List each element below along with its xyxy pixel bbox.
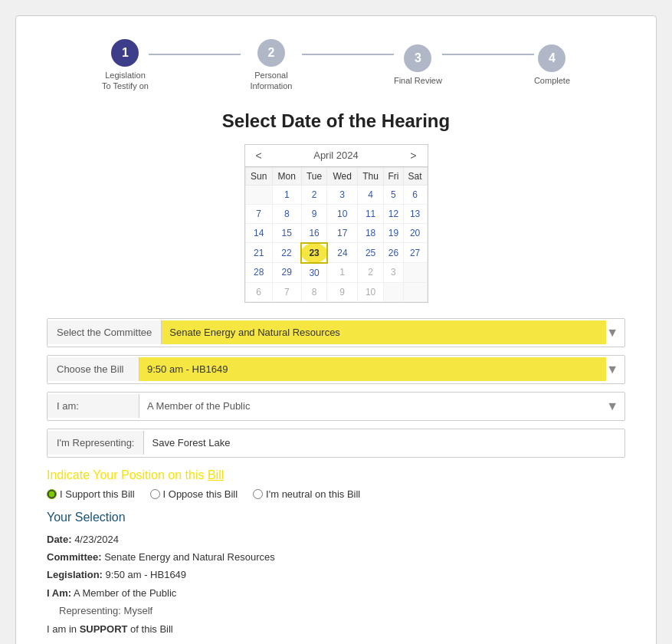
calendar-week-row: 21222324252627 — [245, 243, 427, 263]
step-2: 2 Personal Information — [241, 39, 302, 92]
calendar-day[interactable]: 25 — [357, 243, 383, 263]
calendar-day[interactable]: 12 — [384, 204, 403, 223]
position-radio-group: I Support this Bill I Oppose this Bill I… — [47, 488, 625, 500]
calendar-week-row: 282930123 — [245, 263, 427, 283]
calendar-day[interactable]: 3 — [384, 263, 403, 283]
calendar-day[interactable]: 10 — [327, 204, 357, 223]
calendar-day[interactable]: 13 — [403, 204, 427, 223]
cal-th-thu: Thu — [357, 167, 383, 185]
committee-label: Select the Committee — [48, 320, 162, 344]
cal-th-tue: Tue — [301, 167, 327, 185]
selection-date-label: Date: — [47, 534, 72, 545]
calendar-day[interactable]: 9 — [301, 204, 327, 223]
calendar-day[interactable]: 6 — [403, 185, 427, 204]
cal-th-fri: Fri — [384, 167, 403, 185]
cal-th-sun: Sun — [245, 167, 272, 185]
calendar-day — [403, 263, 427, 283]
step-4: 4 Complete — [534, 44, 570, 86]
selection-date: Date: 4/23/2024 — [47, 531, 625, 548]
i-am-dropdown-icon[interactable]: ▼ — [606, 399, 624, 413]
page-title: Select Date of the Hearing — [47, 110, 625, 132]
calendar-day[interactable]: 15 — [272, 223, 301, 243]
support-radio[interactable] — [47, 489, 57, 499]
calendar-day[interactable]: 18 — [357, 223, 383, 243]
selection-committee-value: Senate Energy and Natural Resources — [104, 551, 275, 563]
i-am-row: I am: A Member of the Public ▼ — [47, 392, 625, 421]
main-container: 1 Legislation To Testify on 2 Personal I… — [15, 15, 657, 644]
step-1-label: Legislation To Testify on — [102, 70, 149, 92]
calendar-prev-button[interactable]: < — [251, 148, 267, 163]
calendar-day[interactable]: 10 — [357, 282, 383, 301]
calendar-day — [245, 185, 272, 204]
step-4-label: Complete — [534, 75, 570, 86]
calendar-day[interactable]: 11 — [357, 204, 383, 223]
selection-committee: Committee: Senate Energy and Natural Res… — [47, 548, 625, 566]
calendar-day[interactable]: 20 — [403, 223, 427, 243]
calendar-day — [384, 282, 403, 301]
calendar-week-row: 678910 — [245, 282, 427, 301]
support-option[interactable]: I Support this Bill — [47, 488, 135, 500]
calendar-day[interactable]: 14 — [245, 223, 272, 243]
calendar-day[interactable]: 2 — [301, 185, 327, 204]
selection-representing-label: Representing: — [59, 605, 121, 616]
step-line-1-2 — [149, 54, 241, 55]
calendar-day[interactable]: 7 — [272, 282, 301, 301]
representing-input[interactable] — [144, 431, 624, 455]
oppose-radio[interactable] — [150, 489, 160, 499]
calendar-day[interactable]: 30 — [301, 263, 327, 283]
support-label: I Support this Bill — [60, 488, 135, 500]
step-2-label: Personal Information — [241, 70, 302, 92]
calendar-grid: Sun Mon Tue Wed Thu Fri Sat 123456789101… — [245, 167, 428, 302]
i-am-label: I am: — [48, 394, 139, 418]
calendar: < April 2024 > Sun Mon Tue Wed Thu Fri S… — [244, 144, 428, 303]
calendar-day[interactable]: 24 — [327, 243, 357, 263]
calendar-day[interactable]: 17 — [327, 223, 357, 243]
calendar-body: 1234567891011121314151617181920212223242… — [245, 185, 427, 301]
bill-value: 9:50 am - HB1649 — [139, 357, 606, 381]
selection-title: Your Selection — [47, 511, 625, 524]
calendar-day[interactable]: 7 — [245, 204, 272, 223]
calendar-day[interactable]: 8 — [301, 282, 327, 301]
selection-representing-value: Myself — [124, 605, 153, 616]
calendar-day[interactable]: 19 — [384, 223, 403, 243]
cal-th-wed: Wed — [327, 167, 357, 185]
step-3-label: Final Review — [394, 75, 442, 86]
step-4-circle: 4 — [538, 44, 565, 72]
calendar-day[interactable]: 1 — [327, 263, 357, 283]
calendar-day[interactable]: 6 — [245, 282, 272, 301]
selection-representing: Representing: Myself — [59, 602, 625, 619]
calendar-day[interactable]: 4 — [357, 185, 383, 204]
calendar-day[interactable]: 5 — [384, 185, 403, 204]
cal-th-sat: Sat — [403, 167, 427, 185]
oppose-option[interactable]: I Oppose this Bill — [150, 488, 238, 500]
calendar-day[interactable]: 16 — [301, 223, 327, 243]
calendar-day[interactable]: 28 — [245, 263, 272, 283]
calendar-day[interactable]: 8 — [272, 204, 301, 223]
calendar-month-year: April 2024 — [313, 150, 359, 161]
position-title: Indicate Your Position on this Bill — [47, 468, 625, 482]
calendar-day[interactable]: 2 — [357, 263, 383, 283]
calendar-day[interactable]: 26 — [384, 243, 403, 263]
calendar-day[interactable]: 1 — [272, 185, 301, 204]
neutral-option[interactable]: I'm neutral on this Bill — [253, 488, 360, 500]
selection-legislation-label: Legislation: — [47, 569, 103, 580]
representing-row: I'm Representing: — [47, 429, 625, 458]
i-am-value: A Member of the Public — [139, 394, 606, 418]
bill-row: Choose the Bill 9:50 am - HB1649 ▼ — [47, 355, 625, 384]
calendar-day[interactable]: 9 — [327, 282, 357, 301]
calendar-wrapper: < April 2024 > Sun Mon Tue Wed Thu Fri S… — [47, 144, 625, 303]
calendar-day[interactable]: 21 — [245, 243, 272, 263]
selection-i-am: I Am: A Member of the Public — [47, 584, 625, 602]
calendar-day[interactable]: 3 — [327, 185, 357, 204]
calendar-week-row: 123456 — [245, 185, 427, 204]
calendar-day[interactable]: 22 — [272, 243, 301, 263]
calendar-day[interactable]: 23 — [301, 243, 327, 263]
calendar-next-button[interactable]: > — [405, 148, 421, 163]
calendar-day[interactable]: 27 — [403, 243, 427, 263]
committee-dropdown-icon[interactable]: ▼ — [606, 326, 624, 340]
calendar-day[interactable]: 29 — [272, 263, 301, 283]
oppose-label: I Oppose this Bill — [163, 488, 238, 500]
neutral-radio[interactable] — [253, 489, 263, 499]
cal-th-mon: Mon — [272, 167, 301, 185]
bill-dropdown-icon[interactable]: ▼ — [606, 363, 624, 376]
